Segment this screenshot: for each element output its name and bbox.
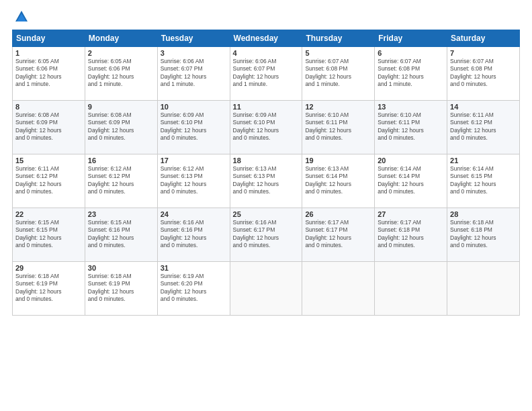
day-number: 18 xyxy=(233,156,300,165)
calendar-cell: 7Sunrise: 6:07 AM Sunset: 6:08 PM Daylig… xyxy=(447,47,520,101)
day-number: 6 xyxy=(378,49,444,57)
calendar-cell: 15Sunrise: 6:11 AM Sunset: 6:12 PM Dayli… xyxy=(13,154,85,208)
day-number: 31 xyxy=(161,264,227,272)
cell-info: Sunrise: 6:15 AM Sunset: 6:15 PM Dayligh… xyxy=(15,219,82,250)
cell-info: Sunrise: 6:19 AM Sunset: 6:20 PM Dayligh… xyxy=(161,273,227,304)
cell-info: Sunrise: 6:09 AM Sunset: 6:10 PM Dayligh… xyxy=(233,111,300,142)
calendar-cell xyxy=(447,262,520,316)
calendar-cell: 3Sunrise: 6:06 AM Sunset: 6:07 PM Daylig… xyxy=(157,47,230,101)
calendar-cell: 4Sunrise: 6:06 AM Sunset: 6:07 PM Daylig… xyxy=(230,47,302,101)
header-tuesday: Tuesday xyxy=(157,30,230,47)
logo-icon xyxy=(14,9,29,24)
cell-info: Sunrise: 6:14 AM Sunset: 6:15 PM Dayligh… xyxy=(450,165,517,196)
header-monday: Monday xyxy=(85,30,157,47)
calendar-cell: 6Sunrise: 6:07 AM Sunset: 6:08 PM Daylig… xyxy=(375,47,447,101)
logo xyxy=(12,12,29,24)
cell-info: Sunrise: 6:13 AM Sunset: 6:14 PM Dayligh… xyxy=(305,165,371,196)
calendar-cell: 13Sunrise: 6:10 AM Sunset: 6:11 PM Dayli… xyxy=(375,101,447,154)
cell-info: Sunrise: 6:06 AM Sunset: 6:07 PM Dayligh… xyxy=(233,58,300,89)
cell-info: Sunrise: 6:18 AM Sunset: 6:18 PM Dayligh… xyxy=(450,219,517,250)
cell-info: Sunrise: 6:07 AM Sunset: 6:08 PM Dayligh… xyxy=(305,58,371,89)
calendar-cell: 1Sunrise: 6:05 AM Sunset: 6:06 PM Daylig… xyxy=(13,47,85,101)
day-number: 25 xyxy=(233,210,300,218)
cell-info: Sunrise: 6:05 AM Sunset: 6:06 PM Dayligh… xyxy=(15,58,82,89)
cell-info: Sunrise: 6:11 AM Sunset: 6:12 PM Dayligh… xyxy=(15,165,82,196)
day-number: 28 xyxy=(450,210,517,218)
cell-info: Sunrise: 6:07 AM Sunset: 6:08 PM Dayligh… xyxy=(450,58,517,89)
day-number: 13 xyxy=(378,103,444,111)
header-friday: Friday xyxy=(375,30,447,47)
cell-info: Sunrise: 6:09 AM Sunset: 6:10 PM Dayligh… xyxy=(161,111,227,142)
calendar-cell xyxy=(302,262,375,316)
header-sunday: Sunday xyxy=(13,30,85,47)
cell-info: Sunrise: 6:10 AM Sunset: 6:11 PM Dayligh… xyxy=(378,111,444,142)
day-number: 22 xyxy=(15,210,82,218)
cell-info: Sunrise: 6:17 AM Sunset: 6:17 PM Dayligh… xyxy=(305,219,371,250)
day-number: 29 xyxy=(15,264,82,272)
page: SundayMondayTuesdayWednesdayThursdayFrid… xyxy=(0,0,532,411)
cell-info: Sunrise: 6:10 AM Sunset: 6:11 PM Dayligh… xyxy=(305,111,371,142)
header xyxy=(12,12,520,24)
day-number: 5 xyxy=(305,49,371,57)
calendar-cell: 26Sunrise: 6:17 AM Sunset: 6:17 PM Dayli… xyxy=(302,208,375,262)
day-number: 30 xyxy=(88,264,154,272)
cell-info: Sunrise: 6:05 AM Sunset: 6:06 PM Dayligh… xyxy=(88,58,154,89)
cell-info: Sunrise: 6:13 AM Sunset: 6:13 PM Dayligh… xyxy=(233,165,300,196)
calendar-cell: 8Sunrise: 6:08 AM Sunset: 6:09 PM Daylig… xyxy=(13,101,85,154)
cell-info: Sunrise: 6:06 AM Sunset: 6:07 PM Dayligh… xyxy=(161,58,227,89)
day-number: 24 xyxy=(161,210,227,218)
day-number: 17 xyxy=(161,156,227,165)
calendar-cell: 19Sunrise: 6:13 AM Sunset: 6:14 PM Dayli… xyxy=(302,154,375,208)
day-number: 10 xyxy=(161,103,227,111)
day-number: 3 xyxy=(161,49,227,57)
header-saturday: Saturday xyxy=(447,30,520,47)
day-number: 19 xyxy=(305,156,371,165)
week-row-4: 29Sunrise: 6:18 AM Sunset: 6:19 PM Dayli… xyxy=(13,262,520,316)
cell-info: Sunrise: 6:07 AM Sunset: 6:08 PM Dayligh… xyxy=(378,58,444,89)
calendar-cell: 12Sunrise: 6:10 AM Sunset: 6:11 PM Dayli… xyxy=(302,101,375,154)
day-number: 23 xyxy=(88,210,154,218)
calendar-cell: 18Sunrise: 6:13 AM Sunset: 6:13 PM Dayli… xyxy=(230,154,302,208)
day-number: 8 xyxy=(15,103,82,111)
calendar-cell xyxy=(375,262,447,316)
week-row-3: 22Sunrise: 6:15 AM Sunset: 6:15 PM Dayli… xyxy=(13,208,520,262)
cell-info: Sunrise: 6:11 AM Sunset: 6:12 PM Dayligh… xyxy=(450,111,517,142)
calendar-cell: 31Sunrise: 6:19 AM Sunset: 6:20 PM Dayli… xyxy=(157,262,230,316)
cell-info: Sunrise: 6:12 AM Sunset: 6:13 PM Dayligh… xyxy=(161,165,227,196)
day-number: 14 xyxy=(450,103,517,111)
calendar-cell: 11Sunrise: 6:09 AM Sunset: 6:10 PM Dayli… xyxy=(230,101,302,154)
cell-info: Sunrise: 6:16 AM Sunset: 6:16 PM Dayligh… xyxy=(161,219,227,250)
calendar-cell: 21Sunrise: 6:14 AM Sunset: 6:15 PM Dayli… xyxy=(447,154,520,208)
cell-info: Sunrise: 6:18 AM Sunset: 6:19 PM Dayligh… xyxy=(15,273,82,304)
calendar-cell: 10Sunrise: 6:09 AM Sunset: 6:10 PM Dayli… xyxy=(157,101,230,154)
cell-info: Sunrise: 6:08 AM Sunset: 6:09 PM Dayligh… xyxy=(88,111,154,142)
calendar-table: SundayMondayTuesdayWednesdayThursdayFrid… xyxy=(12,30,520,316)
calendar-cell: 20Sunrise: 6:14 AM Sunset: 6:14 PM Dayli… xyxy=(375,154,447,208)
calendar-cell: 14Sunrise: 6:11 AM Sunset: 6:12 PM Dayli… xyxy=(447,101,520,154)
day-number: 7 xyxy=(450,49,517,57)
week-row-1: 8Sunrise: 6:08 AM Sunset: 6:09 PM Daylig… xyxy=(13,101,520,154)
calendar-cell: 22Sunrise: 6:15 AM Sunset: 6:15 PM Dayli… xyxy=(13,208,85,262)
cell-info: Sunrise: 6:14 AM Sunset: 6:14 PM Dayligh… xyxy=(378,165,444,196)
cell-info: Sunrise: 6:18 AM Sunset: 6:19 PM Dayligh… xyxy=(88,273,154,304)
cell-info: Sunrise: 6:17 AM Sunset: 6:18 PM Dayligh… xyxy=(378,219,444,250)
day-number: 26 xyxy=(305,210,371,218)
calendar-cell: 27Sunrise: 6:17 AM Sunset: 6:18 PM Dayli… xyxy=(375,208,447,262)
week-row-0: 1Sunrise: 6:05 AM Sunset: 6:06 PM Daylig… xyxy=(13,47,520,101)
week-row-2: 15Sunrise: 6:11 AM Sunset: 6:12 PM Dayli… xyxy=(13,154,520,208)
calendar-cell: 24Sunrise: 6:16 AM Sunset: 6:16 PM Dayli… xyxy=(157,208,230,262)
day-number: 21 xyxy=(450,156,517,165)
header-wednesday: Wednesday xyxy=(230,30,302,47)
calendar-cell: 25Sunrise: 6:16 AM Sunset: 6:17 PM Dayli… xyxy=(230,208,302,262)
day-number: 16 xyxy=(88,156,154,165)
calendar-cell: 30Sunrise: 6:18 AM Sunset: 6:19 PM Dayli… xyxy=(85,262,157,316)
day-number: 2 xyxy=(88,49,154,57)
calendar-cell: 5Sunrise: 6:07 AM Sunset: 6:08 PM Daylig… xyxy=(302,47,375,101)
cell-info: Sunrise: 6:16 AM Sunset: 6:17 PM Dayligh… xyxy=(233,219,300,250)
header-thursday: Thursday xyxy=(302,30,375,47)
cell-info: Sunrise: 6:15 AM Sunset: 6:16 PM Dayligh… xyxy=(88,219,154,250)
calendar-cell: 17Sunrise: 6:12 AM Sunset: 6:13 PM Dayli… xyxy=(157,154,230,208)
day-number: 1 xyxy=(15,49,82,57)
day-number: 9 xyxy=(88,103,154,111)
calendar-header-row: SundayMondayTuesdayWednesdayThursdayFrid… xyxy=(13,30,520,47)
